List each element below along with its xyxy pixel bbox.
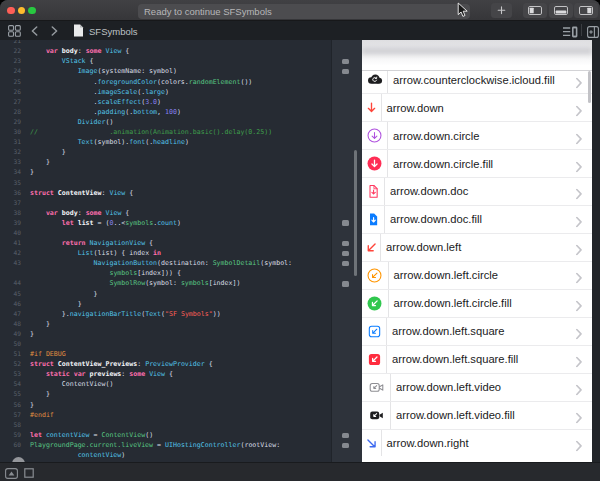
live-view-panel: arrow.counterclockwise.icloud.fillarrow.… [362, 40, 592, 462]
symbol-icon-box [362, 122, 387, 149]
symbol-name: arrow.counterclockwise.icloud.fill [393, 74, 555, 86]
layout-left-panel-button[interactable] [523, 3, 547, 18]
symbol-row[interactable]: arrow.down.doc [362, 177, 592, 205]
minimize-button[interactable] [18, 7, 26, 15]
chevron-right-icon [576, 354, 582, 365]
chevron-right-icon [576, 410, 582, 421]
row-divider [388, 290, 389, 317]
symbol-name: arrow.down.circle.fill [393, 158, 493, 170]
row-divider [387, 150, 388, 177]
symbol-row[interactable]: arrow.down.left.video [362, 373, 592, 401]
symbol-row[interactable]: arrow.down.left [362, 233, 592, 261]
code-line: 22 var body: some View { [0, 46, 292, 56]
code-line: 36struct ContentView: View { [0, 188, 292, 198]
code-line: 55 } [0, 389, 292, 399]
symbol-row[interactable]: arrow.down.doc.fill [362, 205, 592, 233]
code-line: 46 } [0, 299, 292, 309]
chevron-right-icon [576, 158, 582, 169]
inline-results-icon[interactable] [563, 26, 578, 38]
layout-bottom-icon [554, 6, 568, 15]
arrow-down-left-circle-icon [366, 267, 383, 284]
zoom-button[interactable] [28, 7, 36, 15]
close-button[interactable] [7, 7, 15, 15]
window-right-edge [592, 40, 600, 462]
layout-right-panel-button[interactable] [574, 3, 598, 18]
symbol-icon-box [362, 94, 381, 121]
inline-result-marker[interactable] [342, 433, 349, 439]
grid-icon[interactable] [8, 25, 21, 37]
inline-result-marker[interactable] [342, 443, 349, 449]
inline-result-marker[interactable] [342, 281, 349, 287]
code-line: 25 .foregroundColor(colors.randomElement… [0, 77, 292, 87]
inline-result-marker[interactable] [342, 261, 349, 267]
row-divider [381, 430, 382, 457]
arrow-down-circle-fill-icon [366, 155, 383, 172]
code-line: 50 [0, 339, 292, 349]
arrow-down-icon [363, 99, 380, 116]
code-line: 43 NavigationButton(destination: SymbolD… [0, 258, 292, 268]
code-line: 52struct ContentView_Previews: PreviewPr… [0, 359, 292, 369]
add-playground-button[interactable] [491, 3, 512, 18]
symbol-name: arrow.down.left [386, 241, 461, 253]
code-line: 29 Divider() [0, 117, 292, 127]
chevron-right-icon [576, 102, 582, 113]
chevron-right-icon [576, 214, 582, 225]
forward-icon[interactable] [51, 26, 58, 36]
inline-result-marker[interactable] [342, 220, 349, 226]
code-line: 32 } [0, 147, 292, 157]
scrolled-content-ghost [362, 40, 592, 71]
show-results-icon[interactable] [5, 468, 18, 479]
symbol-row[interactable]: arrow.down.left.circle.fill [362, 289, 592, 317]
back-icon[interactable] [31, 26, 38, 36]
symbol-row[interactable]: arrow.down.left.square.fill [362, 345, 592, 373]
code-line: 30// .animation(Animation.basic().delay(… [0, 127, 292, 137]
code-editor[interactable]: 2122 var body: some View {23 VStack {24 … [0, 40, 331, 462]
code-line: 57#endif [0, 410, 292, 420]
arrow-down-right-icon [363, 435, 380, 452]
symbol-row[interactable]: arrow.down.left.circle [362, 261, 592, 289]
code-line: 26 .imageScale(.large) [0, 87, 292, 97]
layout-bottom-panel-button[interactable] [549, 3, 573, 18]
results-gutter [331, 40, 362, 462]
symbol-row[interactable]: arrow.down.left.video.fill [362, 401, 592, 429]
status-text: Ready to continue SFSymbols [144, 6, 272, 17]
inline-result-marker[interactable] [342, 59, 349, 65]
symbol-row[interactable]: arrow.down.right [362, 429, 592, 457]
arrow-down-left-video-icon [368, 379, 385, 396]
chevron-right-icon [576, 242, 582, 253]
code-line: contentView) [0, 450, 292, 460]
arrow-down-doc-fill-icon [365, 211, 382, 228]
symbol-row[interactable]: arrow.down.circle.fill [362, 149, 592, 177]
chevron-right-icon [576, 270, 582, 281]
add-live-view-icon[interactable] [587, 26, 599, 38]
arrow-down-left-square-fill-icon [366, 351, 383, 368]
row-divider [390, 402, 391, 429]
row-divider [381, 94, 382, 121]
symbol-icon-box [362, 430, 381, 457]
code-line: 35 [0, 178, 292, 188]
symbol-name: arrow.down.right [387, 437, 469, 449]
mouse-cursor [457, 2, 468, 18]
symbol-row[interactable]: arrow.down.circle [362, 121, 592, 149]
document-icon [73, 24, 84, 37]
symbol-row[interactable]: arrow.down.left.square [362, 317, 592, 345]
symbol-row[interactable]: arrow.down [362, 93, 592, 121]
inline-result-marker[interactable] [342, 69, 349, 75]
icloud-ccw-fill-icon [366, 71, 383, 88]
row-divider [384, 206, 385, 233]
code-line: 41 return NavigationView { [0, 238, 292, 248]
symbol-name: arrow.down.left.square.fill [392, 353, 518, 365]
symbol-icon-box [362, 178, 384, 205]
symbol-icon-box [362, 234, 380, 261]
inline-result-marker[interactable] [342, 251, 349, 257]
stop-icon[interactable] [24, 468, 34, 478]
code-line: 27 .scaleEffect(3.0) [0, 97, 292, 107]
code-line: 28 .padding(.bottom, 100) [0, 107, 292, 117]
code-line: 23 VStack { [0, 56, 292, 66]
symbol-icon-box [362, 290, 388, 317]
inline-result-marker[interactable] [342, 241, 349, 247]
editor-scrollbar[interactable] [354, 150, 358, 276]
row-divider [387, 122, 388, 149]
list-scrollbar[interactable] [588, 71, 591, 103]
symbol-name: arrow.down [387, 102, 444, 114]
